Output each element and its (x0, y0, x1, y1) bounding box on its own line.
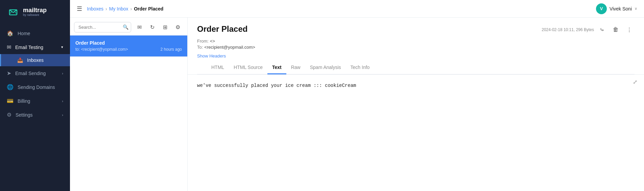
sidebar-email-testing-label: Email Testing (15, 45, 43, 50)
email-meta: From: <> To: <recipient@yopmail.com> (197, 39, 635, 50)
email-title-row: Order Placed 2024-02-18 10:11, 296 Bytes… (197, 24, 635, 35)
sidebar-billing-label: Billing (18, 98, 30, 104)
tab-tech-info[interactable]: Tech Info (346, 61, 375, 74)
tabs: HTML HTML Source Text Raw Spam Analysis … (197, 61, 635, 74)
expand-icon[interactable]: ⤢ (633, 79, 637, 85)
sidebar-nav: 🏠 Home ✉ Email Testing ▾ 📥 Inboxes ➤ Ema… (0, 24, 70, 191)
email-title: Order Placed (197, 24, 247, 34)
tab-spam-analysis[interactable]: Spam Analysis (305, 61, 346, 74)
billing-icon: 💳 (7, 98, 14, 104)
email-testing-icon: ✉ (7, 44, 11, 50)
topbar: ☰ Inboxes › My Inbox › Order Placed V Vi… (70, 0, 644, 18)
hamburger-icon[interactable]: ☰ (77, 5, 82, 13)
toolbar-icons: ✉ ↻ ⊞ ⚙ (134, 22, 183, 32)
email-item-to: to: <recipient@yopmail.com> (75, 47, 128, 52)
sidebar-sub-nav: 📥 Inboxes (0, 54, 70, 66)
home-icon: 🏠 (7, 30, 14, 37)
sending-domains-icon: 🌐 (7, 84, 14, 90)
mailtrap-logo-icon (7, 5, 20, 18)
email-item-subject: Order Placed (75, 40, 182, 46)
sidebar-home-label: Home (18, 31, 30, 36)
breadcrumb-sep-2: › (130, 6, 132, 11)
search-input-wrap: 🔍 (74, 22, 131, 32)
email-item-time: 2 hours ago (161, 47, 182, 52)
logo-area: mailtrap by railsware (0, 0, 70, 24)
delete-button[interactable]: 🗑 (610, 24, 621, 35)
list-item[interactable]: Order Placed to: <recipient@yopmail.com>… (70, 35, 187, 57)
breadcrumb-current: Order Placed (134, 6, 163, 11)
detail-top-right: 2024-02-18 10:11, 296 Bytes ⤷ 🗑 ⋮ (542, 24, 635, 35)
sidebar-item-email-sending[interactable]: ➤ Email Sending › (0, 66, 70, 80)
email-testing-chevron: ▾ (61, 45, 63, 49)
tab-html[interactable]: HTML (207, 61, 229, 74)
sidebar-inboxes-label: Inboxes (27, 57, 44, 63)
sidebar-item-email-testing[interactable]: ✉ Email Testing ▾ (0, 40, 70, 54)
search-bar: 🔍 ✉ ↻ ⊞ ⚙ (70, 18, 187, 35)
settings-icon: ⚙ (7, 112, 11, 118)
tab-raw[interactable]: Raw (286, 61, 305, 74)
logo-brand: mailtrap (23, 7, 47, 13)
email-body: ⤢ we've successfully placed your ice cre… (188, 75, 644, 191)
inbox-sub-icon: 📥 (17, 57, 23, 63)
settings-icon-btn[interactable]: ⚙ (172, 22, 183, 32)
more-button[interactable]: ⋮ (624, 24, 635, 35)
sidebar: mailtrap by railsware 🏠 Home ✉ Email Tes… (0, 0, 70, 191)
forward-button[interactable]: ⤷ (597, 24, 607, 35)
search-icon[interactable]: 🔍 (123, 24, 128, 30)
email-sending-chevron: › (62, 71, 63, 75)
user-chevron-icon: ∨ (635, 6, 637, 11)
email-list-panel: 🔍 ✉ ↻ ⊞ ⚙ Order Placed to: <recipient@yo… (70, 18, 188, 191)
email-body-text: we've successfully placed your ice cream… (197, 83, 635, 88)
email-to-row: To: <recipient@yopmail.com> (197, 45, 635, 50)
user-name: Vivek Soni (610, 6, 632, 11)
inbox-icon-btn[interactable]: ✉ (134, 22, 145, 32)
avatar: V (596, 3, 607, 14)
user-menu[interactable]: V Vivek Soni ∨ (596, 3, 637, 14)
content-area: 🔍 ✉ ↻ ⊞ ⚙ Order Placed to: <recipient@yo… (70, 18, 644, 191)
logo-text: mailtrap by railsware (23, 7, 47, 17)
sidebar-item-inboxes[interactable]: 📥 Inboxes (0, 54, 70, 66)
sidebar-item-sending-domains[interactable]: 🌐 Sending Domains (0, 80, 70, 94)
email-detail-panel: Order Placed 2024-02-18 10:11, 296 Bytes… (188, 18, 644, 191)
refresh-icon-btn[interactable]: ↻ (147, 22, 158, 32)
sidebar-settings-label: Settings (16, 112, 33, 118)
from-label: From: (197, 39, 209, 44)
tab-html-source[interactable]: HTML Source (229, 61, 267, 74)
to-value: <recipient@yopmail.com> (204, 45, 255, 50)
multi-select-icon-btn[interactable]: ⊞ (160, 22, 170, 32)
email-item-meta: to: <recipient@yopmail.com> 2 hours ago (75, 47, 182, 52)
email-actions: ⤷ 🗑 ⋮ (597, 24, 635, 35)
settings-chevron: › (62, 113, 63, 117)
breadcrumb-my-inbox[interactable]: My Inbox (109, 6, 128, 11)
sidebar-sending-domains-label: Sending Domains (18, 85, 55, 90)
breadcrumb-inboxes[interactable]: Inboxes (87, 6, 103, 11)
svg-rect-0 (7, 5, 20, 18)
sidebar-email-sending-label: Email Sending (15, 71, 46, 76)
breadcrumb-sep-1: › (105, 6, 107, 11)
tab-text[interactable]: Text (267, 61, 286, 74)
billing-chevron: › (62, 99, 63, 103)
from-value: <> (210, 39, 215, 44)
show-headers-link[interactable]: Show Headers (197, 53, 226, 58)
main-area: ☰ Inboxes › My Inbox › Order Placed V Vi… (70, 0, 644, 191)
email-header-section: Order Placed 2024-02-18 10:11, 296 Bytes… (188, 18, 644, 75)
sidebar-item-settings[interactable]: ⚙ Settings › (0, 108, 70, 122)
email-sending-icon: ➤ (7, 70, 11, 76)
breadcrumb: Inboxes › My Inbox › Order Placed (87, 6, 163, 11)
email-timestamp: 2024-02-18 10:11, 296 Bytes (542, 27, 594, 32)
sidebar-item-billing[interactable]: 💳 Billing › (0, 94, 70, 108)
logo-sub: by railsware (23, 13, 47, 17)
sidebar-item-home[interactable]: 🏠 Home (0, 26, 70, 40)
email-from-row: From: <> (197, 39, 635, 44)
to-label: To: (197, 45, 203, 50)
